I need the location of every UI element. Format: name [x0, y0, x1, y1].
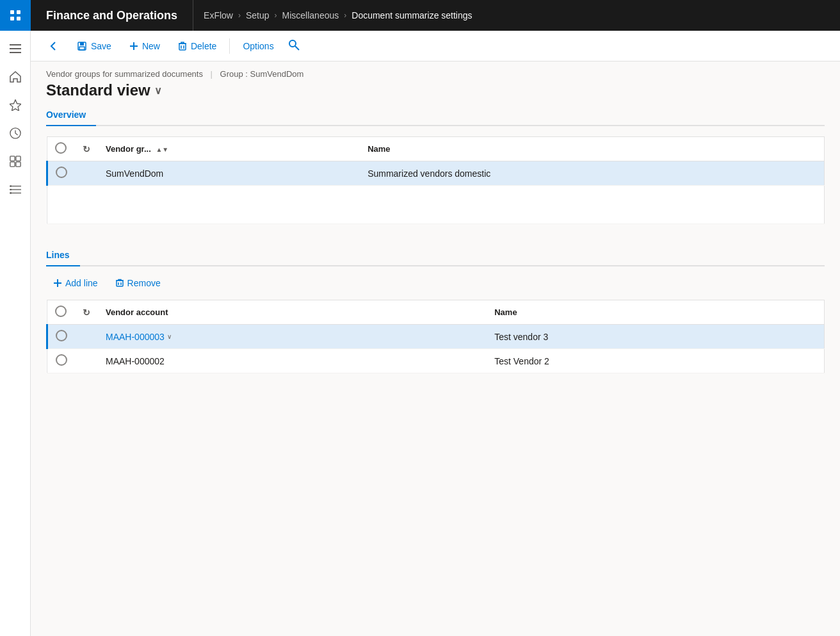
sidebar-workspace[interactable] — [3, 149, 28, 174]
refresh-icon-overview[interactable]: ↻ — [83, 144, 90, 154]
header-radio-overview[interactable] — [55, 142, 67, 154]
th-name-overview[interactable]: Name — [360, 137, 824, 161]
tab-lines[interactable]: Lines — [46, 245, 80, 266]
th-lines-name[interactable]: Name — [487, 300, 824, 325]
svg-rect-12 — [15, 162, 20, 167]
th-vendor-account[interactable]: Vendor account — [98, 300, 487, 325]
filter-icon-vendor-group[interactable]: ▲▼ — [156, 146, 168, 153]
sidebar-hamburger[interactable] — [3, 36, 28, 61]
th-radio-lines — [47, 300, 76, 325]
save-button[interactable]: Save — [69, 37, 119, 55]
overview-table-section: ↻ Vendor gr... ▲▼ Name — [31, 126, 840, 234]
svg-rect-3 — [17, 17, 20, 20]
lines-table: ↻ Vendor account Name MAA — [46, 300, 825, 373]
lines-row2-refresh-cell — [75, 349, 98, 373]
overview-row1-radio[interactable] — [56, 167, 67, 178]
new-button[interactable]: New — [122, 37, 168, 55]
th-refresh-overview: ↻ — [75, 137, 98, 161]
lines-row2-radio-cell[interactable] — [47, 349, 76, 373]
svg-line-28 — [295, 46, 299, 50]
overview-tab-bar: Overview — [46, 104, 825, 126]
sidebar — [0, 31, 31, 636]
overview-header-row: ↻ Vendor gr... ▲▼ Name — [47, 137, 825, 161]
app-title: Finance and Operations — [31, 0, 193, 31]
vendor-account-link-1[interactable]: MAAH-000003 ∨ — [106, 332, 479, 342]
remove-button[interactable]: Remove — [108, 274, 168, 292]
page-title: Standard view ∨ — [46, 81, 825, 99]
svg-rect-0 — [10, 10, 14, 14]
sub-breadcrumb: Vendor groups for summarized documents |… — [46, 69, 825, 79]
lines-row1-name: Test vendor 3 — [487, 325, 824, 349]
svg-rect-11 — [10, 162, 14, 167]
sep-2: › — [275, 11, 277, 20]
svg-point-18 — [10, 192, 12, 194]
toolbar-sep — [229, 38, 230, 54]
lines-row1-refresh-cell — [75, 325, 98, 349]
content-area: Save New Delete — [31, 31, 840, 636]
lines-section: Lines Add line — [31, 234, 840, 384]
app-icon[interactable] — [0, 0, 31, 31]
lines-row1-vendor-account[interactable]: MAAH-000003 ∨ — [98, 325, 487, 349]
view-dropdown-chevron[interactable]: ∨ — [154, 85, 162, 97]
sidebar-list[interactable] — [3, 177, 28, 202]
overview-empty-row — [47, 186, 825, 224]
overview-row1-name: Summarized vendors domestic — [360, 161, 824, 186]
sidebar-favorites[interactable] — [3, 92, 28, 118]
main-layout: Save New Delete — [0, 31, 840, 636]
lines-row-2[interactable]: MAAH-000002 Test Vendor 2 — [47, 349, 825, 373]
sep-3: › — [344, 11, 346, 20]
breadcrumb-part2: Group : SumVendDom — [220, 69, 304, 79]
th-vendor-group[interactable]: Vendor gr... ▲▼ — [98, 137, 360, 161]
svg-rect-20 — [80, 42, 84, 45]
top-breadcrumb: ExFlow › Setup › Miscellaneous › Documen… — [193, 10, 483, 20]
th-refresh-lines: ↻ — [75, 300, 98, 325]
header-radio-lines[interactable] — [55, 306, 67, 317]
overview-row1-radio-cell[interactable] — [47, 161, 76, 186]
breadcrumb-part1: Vendor groups for summarized documents — [46, 69, 203, 79]
toolbar: Save New Delete — [31, 31, 840, 61]
svg-rect-24 — [179, 44, 186, 50]
sidebar-recent[interactable] — [3, 120, 28, 146]
overview-row1-refresh-cell — [75, 161, 98, 186]
lines-row-1[interactable]: MAAH-000003 ∨ Test vendor 3 — [47, 325, 825, 349]
svg-rect-2 — [10, 17, 14, 20]
breadcrumb-separator: | — [211, 69, 213, 79]
svg-point-27 — [289, 40, 296, 47]
search-icon[interactable] — [284, 35, 303, 57]
th-radio-overview — [47, 137, 76, 161]
overview-row1-vendor-group[interactable]: SumVendDom — [98, 161, 360, 186]
tab-overview[interactable]: Overview — [46, 104, 96, 126]
add-line-button[interactable]: Add line — [46, 274, 106, 292]
svg-rect-31 — [117, 281, 123, 286]
lines-row1-radio-cell[interactable] — [47, 325, 76, 349]
breadcrumb-setup[interactable]: Setup — [246, 10, 270, 20]
svg-point-16 — [10, 185, 12, 187]
overview-row-1[interactable]: SumVendDom Summarized vendors domestic — [47, 161, 825, 186]
back-button[interactable] — [41, 37, 67, 55]
lines-tab-bar: Lines — [46, 245, 825, 266]
page-header: Vendor groups for summarized documents |… — [31, 61, 840, 104]
lines-row2-name: Test Vendor 2 — [487, 349, 824, 373]
svg-marker-7 — [10, 100, 21, 111]
breadcrumb-doc: Document summarize settings — [351, 10, 472, 20]
sep-1: › — [238, 11, 241, 20]
vendor-dropdown-arrow[interactable]: ∨ — [167, 333, 172, 340]
overview-table: ↻ Vendor gr... ▲▼ Name — [46, 136, 825, 224]
svg-rect-21 — [79, 47, 85, 50]
lines-toolbar: Add line Remove — [46, 274, 825, 292]
lines-row2-radio[interactable] — [56, 354, 67, 366]
sidebar-home[interactable] — [3, 64, 28, 90]
lines-row1-radio[interactable] — [56, 330, 67, 341]
delete-button[interactable]: Delete — [170, 37, 224, 55]
overview-tab-section: Overview — [31, 104, 840, 126]
lines-row2-vendor-account[interactable]: MAAH-000002 — [98, 349, 487, 373]
top-nav: Finance and Operations ExFlow › Setup › … — [0, 0, 840, 31]
refresh-icon-lines[interactable]: ↻ — [83, 307, 90, 318]
svg-point-17 — [10, 189, 12, 191]
breadcrumb-exflow[interactable]: ExFlow — [204, 10, 233, 20]
svg-rect-9 — [10, 156, 14, 161]
options-button[interactable]: Options — [235, 37, 281, 55]
svg-rect-1 — [17, 10, 20, 14]
lines-header-row: ↻ Vendor account Name — [47, 300, 825, 325]
breadcrumb-misc[interactable]: Miscellaneous — [282, 10, 339, 20]
